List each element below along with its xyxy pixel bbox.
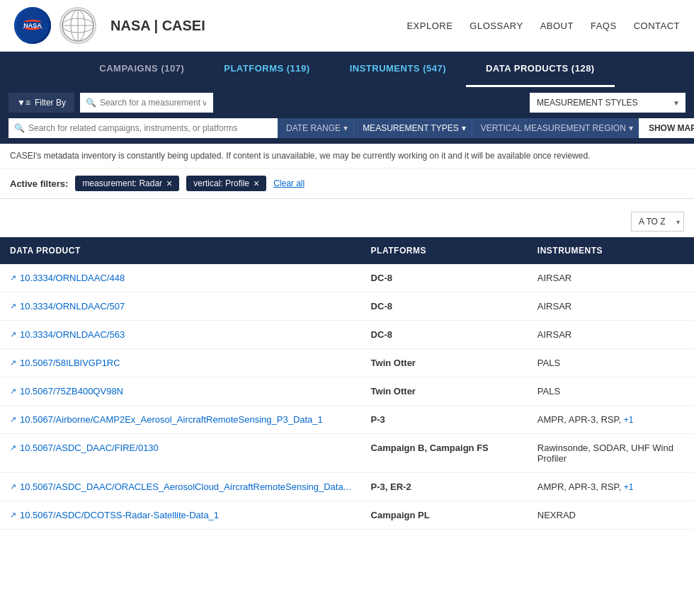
plus-badge[interactable]: +1 [624,482,634,492]
nav-tabs: CAMPAIGNS (107) PLATFORMS (119) INSTRUME… [0,52,694,87]
table-row: ↗10.3334/ORNLDAAC/448DC-8AIRSAR [0,264,694,292]
site-title: NASA | CASEI [110,18,205,34]
product-cell: ↗10.3334/ORNLDAAC/507 [0,292,361,321]
vertical-region-label: VERTICAL MEASUREMENT REGION [481,123,626,133]
platform-cell: P-3 [361,406,528,434]
nav-about[interactable]: ABOUT [540,21,574,31]
filter-icon: ▼≡ [17,98,30,108]
product-link-text: 10.5067/ASDC/DCOTSS-Radar-Satellite-Data… [20,510,219,520]
instrument-cell: Rawinsonde, SODAR, UHF Wind Profiler [528,434,694,473]
product-cell: ↗10.5067/ASDC_DAAC/ORACLES_AerosolCloud_… [0,473,361,501]
nav-faqs[interactable]: FAQS [591,21,617,31]
product-link-text: 10.3334/ORNLDAAC/563 [20,329,125,340]
product-cell: ↗10.5067/75ZB400QV98N [0,377,361,406]
external-link-icon: ↗ [10,273,16,283]
external-link-icon: ↗ [10,511,16,520]
product-cell: ↗10.5067/Airborne/CAMP2Ex_Aerosol_Aircra… [0,406,361,434]
instrument-text: AMPR, APR-3, RSP, [537,414,624,425]
header-nav: EXPLORE GLOSSARY ABOUT FAQS CONTACT [406,21,680,31]
clear-all-label: Clear all [273,178,305,188]
platform-cell: Campaign PL [361,501,528,530]
platform-cell: Campaign B, Campaign FS [361,434,528,473]
product-link[interactable]: ↗10.3334/ORNLDAAC/448 [10,273,351,283]
related-search-wrapper: 🔍 [8,118,278,138]
tab-campaigns[interactable]: CAMPAIGNS (107) [79,52,204,87]
filter-tag-vertical: vertical: Profile × [186,176,266,191]
instrument-cell: AMPR, APR-3, RSP, +1 [528,406,694,434]
external-link-icon: ↗ [10,415,16,424]
show-map-button[interactable]: SHOW MAP [639,118,694,138]
table-row: ↗10.5067/58ILBIVGP1RCTwin OtterPALS [0,349,694,377]
instrument-text: AMPR, APR-3, RSP, [537,481,624,492]
platform-cell: P-3, ER-2 [361,473,528,501]
filter-tag-measurement-close[interactable]: × [166,178,172,188]
product-link-text: 10.5067/58ILBIVGP1RC [20,358,120,368]
instrument-cell: AIRSAR [528,292,694,321]
nasa-logo-svg: NASA NASA [16,8,50,42]
tab-platforms[interactable]: PLATFORMS (119) [204,52,329,87]
external-link-icon: ↗ [10,302,16,311]
table-row: ↗10.3334/ORNLDAAC/507DC-8AIRSAR [0,292,694,321]
product-link[interactable]: ↗10.5067/Airborne/CAMP2Ex_Aerosol_Aircra… [10,414,351,425]
instrument-cell: AMPR, APR-3, RSP, +1 [528,473,694,501]
product-link[interactable]: ↗10.5067/ASDC_DAAC/ORACLES_AerosolCloud_… [10,481,351,492]
tab-instruments[interactable]: INSTRUMENTS (547) [330,52,466,87]
table-header: DATA PRODUCT PLATFORMS INSTRUMENTS [0,237,694,264]
vertical-region-arrow: ▾ [629,123,633,133]
header-left: NASA NASA NASA | CASEI [14,7,205,44]
table-body: ↗10.3334/ORNLDAAC/448DC-8AIRSAR↗10.3334/… [0,264,694,530]
nav-contact[interactable]: CONTACT [634,21,680,31]
product-link-text: 10.5067/ASDC_DAAC/ORACLES_AerosolCloud_A… [20,481,351,492]
product-link[interactable]: ↗10.3334/ORNLDAAC/563 [10,329,351,340]
active-filters-label: Active filters: [10,178,68,189]
info-text: CASEI's metadata inventory is constantly… [10,151,590,161]
nav-explore[interactable]: EXPLORE [406,21,453,31]
measurement-styles-select[interactable]: MEASUREMENT STYLES [530,93,686,113]
nasa-logo: NASA NASA [14,7,51,44]
instrument-cell: AIRSAR [528,264,694,292]
platform-cell: DC-8 [361,292,528,321]
sort-select[interactable]: A TO Z [631,212,684,232]
external-link-icon: ↗ [10,443,16,452]
data-table: DATA PRODUCT PLATFORMS INSTRUMENTS ↗10.3… [0,237,694,530]
product-link[interactable]: ↗10.5067/ASDC_DAAC/FIRE/0130 [10,443,351,453]
product-link[interactable]: ↗10.5067/ASDC/DCOTSS-Radar-Satellite-Dat… [10,510,351,520]
date-range-button[interactable]: DATE RANGE ▾ [278,118,353,138]
search-icon: 🔍 [86,98,96,108]
measurement-search-wrapper: 🔍 [80,93,524,113]
column-header-instruments: INSTRUMENTS [528,237,694,264]
related-search-input[interactable] [8,118,278,138]
tab-data-products[interactable]: DATA PRODUCTS (128) [466,52,615,87]
table-row: ↗10.5067/ASDC_DAAC/FIRE/0130Campaign B, … [0,434,694,473]
table-header-row: DATA PRODUCT PLATFORMS INSTRUMENTS [0,237,694,264]
measurement-types-label: MEASUREMENT TYPES [363,123,459,133]
clear-all-button[interactable]: Clear all [273,178,305,188]
product-link[interactable]: ↗10.5067/75ZB400QV98N [10,386,351,397]
external-link-icon: ↗ [10,387,16,396]
vertical-region-button[interactable]: VERTICAL MEASUREMENT REGION ▾ [472,118,639,138]
external-link-icon: ↗ [10,330,16,339]
filter-tag-vertical-close[interactable]: × [254,178,259,188]
instrument-cell: NEXRAD [528,501,694,530]
product-cell: ↗10.3334/ORNLDAAC/563 [0,321,361,349]
column-header-product: DATA PRODUCT [0,237,361,264]
sort-bar: A TO Z ▾ [0,206,694,237]
external-link-icon: ↗ [10,358,16,367]
nav-glossary[interactable]: GLOSSARY [470,21,523,31]
show-map-label: SHOW MAP [649,123,694,133]
platform-cell: Twin Otter [361,377,528,406]
product-link[interactable]: ↗10.5067/58ILBIVGP1RC [10,358,351,368]
instrument-cell: PALS [528,377,694,406]
measurement-types-button[interactable]: MEASUREMENT TYPES ▾ [353,118,472,138]
measurement-search-input[interactable] [80,93,213,113]
product-link[interactable]: ↗10.3334/ORNLDAAC/507 [10,301,351,312]
platform-cell: Twin Otter [361,349,528,377]
filter-by-button[interactable]: ▼≡ Filter By [8,93,74,113]
table-row: ↗10.5067/ASDC/DCOTSS-Radar-Satellite-Dat… [0,501,694,530]
svg-text:NASA: NASA [23,22,42,29]
filter-tag-measurement: measurement: Radar × [75,176,179,191]
instrument-cell: AIRSAR [528,321,694,349]
sort-select-wrapper: A TO Z ▾ [631,212,684,232]
vertical-region-wrapper: VERTICAL MEASUREMENT REGION ▾ [472,118,639,138]
plus-badge[interactable]: +1 [624,415,634,425]
